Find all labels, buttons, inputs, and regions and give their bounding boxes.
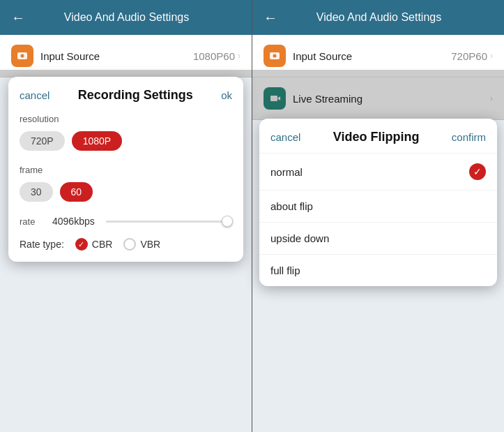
resolution-button-group: 720P 1080P xyxy=(20,131,232,151)
radio-group: CBR VBR xyxy=(75,238,160,251)
right-dimmed-overlay xyxy=(252,70,504,120)
input-source-right-left: Input Source xyxy=(264,45,352,67)
recording-ok-button[interactable]: ok xyxy=(221,89,232,101)
flip-check-normal: ✓ xyxy=(469,163,486,180)
input-source-value-right: 720P60 › xyxy=(451,50,493,62)
input-source-value-left: 1080P60 › xyxy=(193,50,240,62)
rate-type-row: Rate type: CBR VBR xyxy=(20,238,232,251)
frame-60-button[interactable]: 60 xyxy=(60,182,93,202)
right-header-title: Video And Audio Settings xyxy=(286,11,472,24)
flip-option-upside-label: upside down xyxy=(270,232,329,244)
left-header-title: Video And Audio Settings xyxy=(33,11,220,24)
right-header: ← Video And Audio Settings xyxy=(252,0,504,35)
resolution-label: resolution xyxy=(20,114,232,124)
frame-30-button[interactable]: 30 xyxy=(20,182,53,202)
flip-option-full[interactable]: full flip xyxy=(259,254,497,286)
flip-option-normal-label: normal xyxy=(270,166,303,178)
input-source-left-left: Input Source xyxy=(11,45,100,67)
svg-point-3 xyxy=(273,54,277,58)
left-settings-container: Input Source 1080P60 › cancel Recording … xyxy=(0,35,252,77)
svg-point-1 xyxy=(21,54,24,58)
vbr-radio-unchecked[interactable] xyxy=(123,238,136,251)
flip-option-about-label: about flip xyxy=(270,200,313,212)
vbr-radio-item[interactable]: VBR xyxy=(123,238,160,251)
input-source-label-right: Input Source xyxy=(293,50,352,62)
right-settings-container: Input Source 720P60 › Live Streaming › xyxy=(252,35,504,120)
input-source-icon-right xyxy=(264,45,286,67)
video-flip-title: Video Flipping xyxy=(333,130,420,144)
recording-modal-title: Recording Settings xyxy=(78,88,193,103)
recording-cancel-button[interactable]: cancel xyxy=(20,89,49,101)
flip-option-full-label: full flip xyxy=(270,265,300,276)
left-panel: ← Video And Audio Settings Input Source … xyxy=(0,0,252,432)
recording-settings-modal: cancel Recording Settings ok resolution … xyxy=(8,77,243,262)
left-back-button[interactable]: ← xyxy=(11,10,25,26)
frame-label: frame xyxy=(20,165,232,175)
rate-slider-track[interactable] xyxy=(106,221,232,223)
modal-header-right: cancel Video Flipping confirm xyxy=(259,119,497,153)
resolution-720p-button[interactable]: 720P xyxy=(20,131,65,151)
rate-row: rate 4096kbps xyxy=(20,216,232,227)
chevron-right-icon-2: › xyxy=(490,51,493,61)
rate-type-label: Rate type: xyxy=(20,239,64,250)
rate-value: 4096kbps xyxy=(52,216,98,227)
right-back-button[interactable]: ← xyxy=(264,10,277,26)
modal-header-left: cancel Recording Settings ok xyxy=(20,88,232,103)
input-source-icon-left xyxy=(11,45,33,67)
cbr-radio-item[interactable]: CBR xyxy=(75,238,113,251)
flip-option-normal[interactable]: normal ✓ xyxy=(259,153,497,190)
video-flip-cancel-button[interactable]: cancel xyxy=(270,131,300,143)
rate-slider-thumb[interactable] xyxy=(222,216,233,227)
flip-option-upside[interactable]: upside down xyxy=(259,222,497,254)
video-flipping-modal: cancel Video Flipping confirm normal ✓ a… xyxy=(259,119,497,286)
flip-option-about[interactable]: about flip xyxy=(259,190,497,222)
frame-button-group: 30 60 xyxy=(20,182,232,202)
resolution-1080p-button[interactable]: 1080P xyxy=(72,131,122,151)
cbr-radio-checked[interactable] xyxy=(75,238,88,251)
rate-label: rate xyxy=(20,216,44,227)
input-source-label-left: Input Source xyxy=(40,50,100,62)
right-panel: ← Video And Audio Settings Input Source … xyxy=(252,0,504,432)
cbr-label: CBR xyxy=(92,239,113,250)
vbr-label: VBR xyxy=(140,239,160,250)
chevron-right-icon: › xyxy=(238,51,240,61)
left-header: ← Video And Audio Settings xyxy=(0,0,252,35)
video-flip-confirm-button[interactable]: confirm xyxy=(452,131,486,143)
